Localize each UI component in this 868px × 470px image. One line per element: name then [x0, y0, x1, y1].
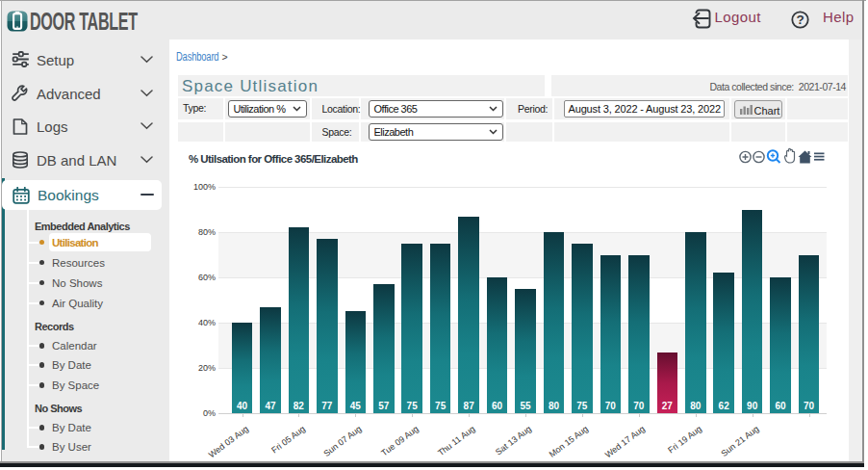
svg-text:?: ? [796, 13, 804, 27]
